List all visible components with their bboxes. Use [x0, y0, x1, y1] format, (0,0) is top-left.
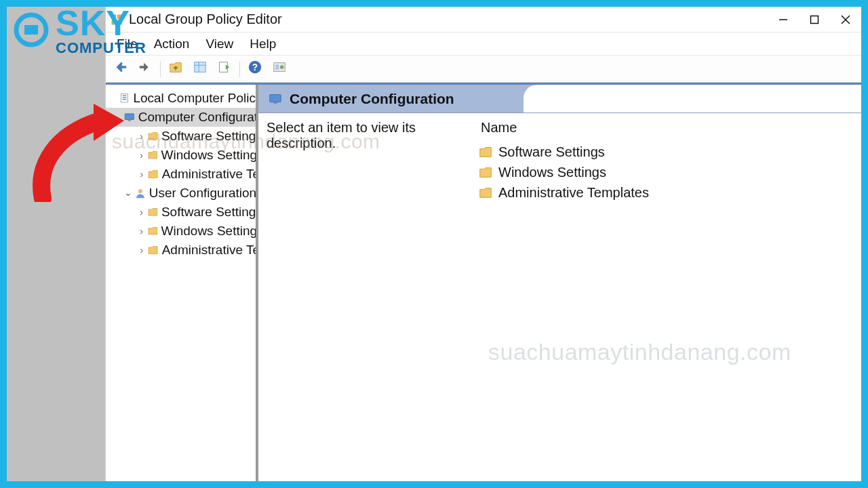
svg-rect-15 — [276, 64, 279, 69]
tree-root[interactable]: Local Computer Policy — [106, 89, 256, 108]
help-button[interactable]: ? — [243, 59, 267, 79]
tree-label: Administrative Te — [162, 243, 256, 258]
tree-pane[interactable]: Local Computer Policy Computer Configura… — [106, 85, 258, 481]
content-header: Computer Configuration — [258, 85, 861, 113]
minimize-button[interactable] — [768, 7, 799, 33]
svg-rect-0 — [112, 14, 117, 19]
toolbar-separator — [160, 61, 161, 77]
svg-rect-8 — [195, 62, 206, 73]
svg-rect-21 — [125, 114, 134, 120]
svg-rect-5 — [811, 16, 818, 23]
folder-icon — [147, 149, 159, 161]
chevron-right-icon: › — [137, 169, 146, 180]
folder-icon — [147, 130, 159, 142]
up-one-level-button[interactable] — [164, 59, 187, 79]
description-pane: Select an item to view its description. — [267, 120, 477, 481]
close-button[interactable] — [830, 7, 861, 33]
forward-arrow-icon — [138, 60, 153, 78]
show-tree-button[interactable] — [189, 59, 212, 79]
export-list-icon — [217, 60, 232, 78]
svg-text:?: ? — [252, 62, 258, 73]
tree-label: Local Computer Policy — [133, 91, 256, 106]
list-item-label: Software Settings — [498, 144, 605, 160]
description-prompt: Select an item to view its description. — [267, 120, 477, 151]
window-title: Local Group Policy Editor — [129, 12, 768, 27]
list-item-windows-settings[interactable]: Windows Settings — [477, 162, 853, 182]
app-icon — [110, 13, 123, 26]
svg-point-23 — [138, 189, 142, 193]
menu-view[interactable]: View — [197, 34, 241, 54]
tree-label: Computer Configurat — [138, 110, 256, 125]
content-pane: Computer Configuration Select an item to… — [258, 85, 861, 481]
tree-label: Windows Settings — [161, 148, 256, 163]
policy-root-icon — [119, 92, 130, 104]
left-grey-strip — [7, 7, 105, 481]
tree-cc-windows-settings[interactable]: › Windows Settings — [106, 146, 256, 165]
body-split: Local Computer Policy Computer Configura… — [106, 83, 861, 481]
toolbar: ? — [106, 56, 861, 83]
folder-icon — [478, 185, 493, 200]
computer-icon — [123, 111, 136, 123]
help-icon: ? — [248, 60, 262, 78]
chevron-right-icon: › — [137, 150, 146, 161]
folder-icon — [147, 225, 159, 237]
chevron-down-icon: ⌄ — [123, 187, 133, 198]
menu-file[interactable]: File — [108, 34, 146, 54]
folder-icon — [147, 206, 159, 218]
tree-cc-software-settings[interactable]: › Software Settings — [106, 127, 256, 146]
tree-uc-software-settings[interactable]: › Software Settings — [106, 203, 256, 222]
tree-computer-configuration[interactable]: Computer Configurat — [106, 108, 256, 127]
menu-help[interactable]: Help — [241, 34, 284, 54]
chevron-right-icon: › — [137, 207, 146, 218]
outer-frame: Local Group Policy Editor File Action Vi… — [0, 0, 868, 488]
svg-rect-25 — [273, 102, 277, 104]
export-button[interactable] — [213, 59, 236, 79]
list-item-software-settings[interactable]: Software Settings — [477, 142, 853, 162]
svg-rect-18 — [123, 95, 127, 96]
folder-icon — [147, 168, 159, 180]
policy-settings-button[interactable] — [268, 59, 291, 79]
chevron-right-icon: › — [137, 131, 146, 142]
computer-icon — [268, 92, 283, 106]
tree-uc-windows-settings[interactable]: › Windows Settings — [106, 222, 256, 241]
tree-label: Software Settings — [161, 205, 256, 220]
tree-label: Windows Settings — [161, 224, 256, 239]
column-header-name[interactable]: Name — [477, 120, 853, 142]
user-icon — [134, 187, 146, 199]
folder-up-icon — [168, 60, 183, 78]
folder-icon — [147, 244, 159, 256]
tree-label: Administrative Te — [162, 167, 256, 182]
folder-icon — [478, 144, 493, 159]
list-item-administrative-templates[interactable]: Administrative Templates — [477, 182, 853, 203]
tree-user-configuration[interactable]: ⌄ User Configuration — [106, 184, 256, 203]
svg-rect-3 — [117, 20, 122, 24]
back-arrow-icon — [113, 60, 128, 78]
svg-rect-24 — [270, 94, 281, 102]
chevron-right-icon: › — [137, 226, 146, 237]
svg-rect-20 — [123, 99, 127, 100]
svg-rect-22 — [128, 120, 131, 121]
maximize-button[interactable] — [799, 7, 830, 33]
tree-uc-administrative-templates[interactable]: › Administrative Te — [106, 241, 256, 260]
folder-icon — [478, 165, 493, 180]
list-item-label: Administrative Templates — [498, 185, 649, 201]
content-title: Computer Configuration — [290, 91, 454, 107]
back-button[interactable] — [109, 59, 132, 79]
toolbar-separator — [239, 61, 240, 77]
app-window: Local Group Policy Editor File Action Vi… — [105, 7, 861, 481]
filter-settings-icon — [272, 60, 287, 78]
tree-cc-administrative-templates[interactable]: › Administrative Te — [106, 165, 256, 184]
chevron-right-icon: › — [137, 245, 146, 256]
tree-label: Software Settings — [161, 129, 256, 144]
svg-rect-2 — [112, 20, 117, 24]
tree-pane-icon — [193, 60, 208, 78]
svg-point-16 — [280, 65, 284, 69]
forward-button[interactable] — [134, 59, 157, 79]
tree-label: User Configuration — [149, 186, 256, 201]
list-pane[interactable]: Name Software Settings Windows Settings … — [477, 120, 853, 481]
svg-rect-19 — [123, 97, 127, 98]
svg-rect-1 — [117, 14, 122, 19]
list-item-label: Windows Settings — [498, 165, 606, 180]
menu-action[interactable]: Action — [146, 34, 198, 54]
titlebar: Local Group Policy Editor — [106, 7, 861, 33]
